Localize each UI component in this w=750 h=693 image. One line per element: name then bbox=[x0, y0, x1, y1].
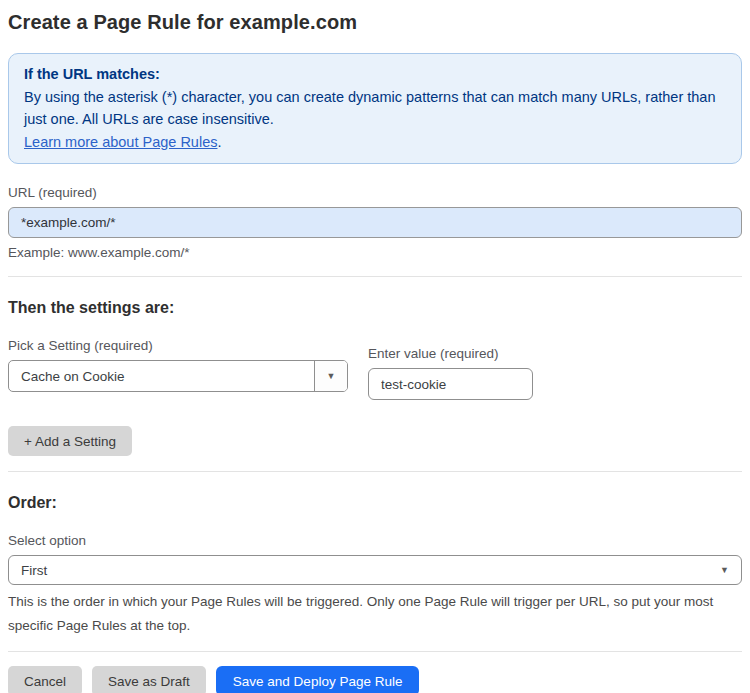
chevron-down-icon: ▼ bbox=[327, 372, 336, 381]
setting-dropdown-value: Cache on Cookie bbox=[9, 361, 314, 391]
chevron-down-icon: ▼ bbox=[720, 566, 729, 575]
save-draft-button[interactable]: Save as Draft bbox=[92, 666, 206, 693]
enter-value-column: Enter value (required) bbox=[368, 345, 533, 400]
url-label: URL (required) bbox=[8, 184, 742, 201]
info-box-heading: If the URL matches: bbox=[24, 63, 726, 86]
link-period: . bbox=[217, 134, 221, 150]
footer-actions: Cancel Save as Draft Save and Deploy Pag… bbox=[8, 666, 742, 693]
order-heading: Order: bbox=[8, 493, 742, 512]
order-description: This is the order in which your Page Rul… bbox=[8, 590, 728, 638]
url-helper: Example: www.example.com/* bbox=[8, 245, 742, 260]
pick-setting-column: Pick a Setting (required) Cache on Cooki… bbox=[8, 337, 348, 392]
settings-row: Pick a Setting (required) Cache on Cooki… bbox=[8, 337, 742, 400]
info-box-link-line: Learn more about Page Rules. bbox=[24, 131, 726, 154]
settings-heading: Then the settings are: bbox=[8, 298, 742, 317]
section-divider bbox=[8, 651, 742, 652]
create-page-rule-form: Create a Page Rule for example.com If th… bbox=[0, 10, 750, 693]
info-box-body: By using the asterisk (*) character, you… bbox=[24, 86, 726, 131]
setting-dropdown[interactable]: Cache on Cookie ▼ bbox=[8, 360, 348, 392]
page-title: Create a Page Rule for example.com bbox=[8, 10, 742, 34]
add-setting-button[interactable]: + Add a Setting bbox=[8, 426, 132, 456]
learn-more-link[interactable]: Learn more about Page Rules bbox=[24, 134, 217, 150]
order-select-value: First bbox=[21, 563, 47, 578]
order-select[interactable]: First ▼ bbox=[8, 555, 742, 585]
url-match-info-box: If the URL matches: By using the asteris… bbox=[8, 53, 742, 164]
setting-value-input[interactable] bbox=[368, 368, 533, 400]
section-divider bbox=[8, 471, 742, 472]
section-divider bbox=[8, 276, 742, 277]
pick-setting-label: Pick a Setting (required) bbox=[8, 337, 348, 354]
setting-dropdown-arrow-button[interactable]: ▼ bbox=[314, 361, 347, 391]
cancel-button[interactable]: Cancel bbox=[8, 666, 82, 693]
save-deploy-button[interactable]: Save and Deploy Page Rule bbox=[216, 666, 420, 693]
enter-value-label: Enter value (required) bbox=[368, 345, 533, 362]
url-input[interactable] bbox=[8, 207, 742, 238]
select-option-label: Select option bbox=[8, 532, 742, 549]
